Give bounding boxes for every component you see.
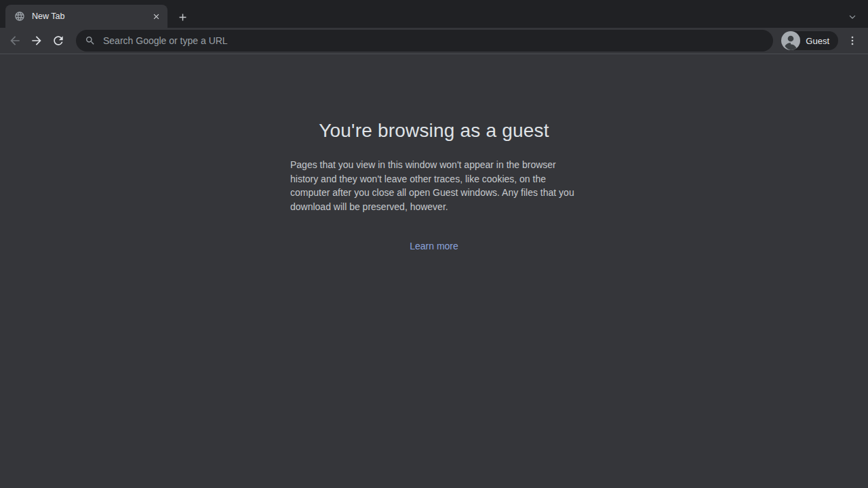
guest-page: You're browsing as a guest Pages that yo… (0, 54, 868, 487)
tab-title: New Tab (32, 12, 150, 21)
tab-search-button[interactable] (846, 11, 859, 23)
page-title: You're browsing as a guest (0, 54, 868, 142)
omnibox[interactable] (76, 30, 773, 52)
profile-label: Guest (806, 36, 829, 46)
forward-button[interactable] (26, 30, 47, 52)
globe-icon (14, 11, 25, 22)
guest-profile-button[interactable]: Guest (781, 31, 838, 50)
browser-toolbar: Guest (0, 28, 868, 54)
arrow-left-icon (8, 34, 22, 47)
browser-menu-button[interactable] (842, 30, 863, 51)
arrow-right-icon (30, 34, 43, 47)
person-avatar-icon (781, 31, 800, 50)
learn-more-link[interactable]: Learn more (410, 241, 458, 251)
chevron-down-icon (847, 12, 858, 22)
reload-button[interactable] (47, 30, 69, 52)
guest-description: Pages that you view in this window won't… (290, 158, 578, 214)
tab-new-tab[interactable]: New Tab (5, 5, 167, 28)
kebab-menu-icon (846, 35, 859, 47)
url-search-input[interactable] (102, 35, 762, 47)
back-button[interactable] (4, 30, 26, 52)
tab-strip: New Tab (0, 0, 868, 28)
plus-icon (177, 12, 189, 23)
search-icon (85, 35, 96, 46)
close-icon[interactable] (150, 10, 162, 22)
new-tab-button[interactable] (174, 8, 191, 26)
refresh-icon (52, 34, 65, 47)
